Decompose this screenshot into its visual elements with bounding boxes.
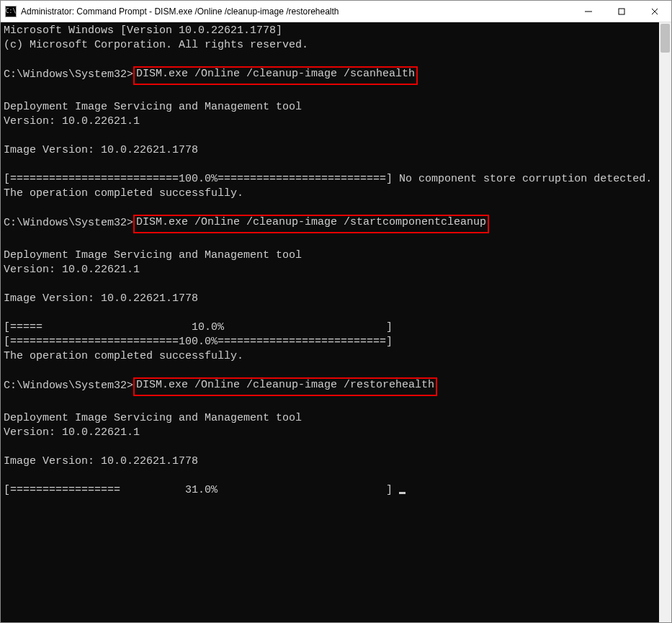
- svg-rect-1: [619, 9, 624, 14]
- close-button[interactable]: [638, 1, 671, 22]
- prompt-text: C:\Windows\System32>: [4, 68, 133, 81]
- titlebar[interactable]: C:\ Administrator: Command Prompt - DISM…: [1, 1, 671, 22]
- completed-line: The operation completed successfully.: [4, 349, 656, 364]
- progress-line: [==========================100.0%=======…: [4, 335, 656, 349]
- window-controls: [572, 1, 671, 22]
- highlighted-command-1: DISM.exe /Online /cleanup-image /scanhea…: [133, 66, 418, 85]
- tool-version-line: Version: 10.0.22621.1: [4, 263, 656, 277]
- terminal-output[interactable]: Microsoft Windows [Version 10.0.22621.17…: [1, 22, 659, 622]
- highlighted-command-2: DISM.exe /Online /cleanup-image /startco…: [133, 215, 489, 233]
- prompt-text: C:\Windows\System32>: [4, 380, 133, 392]
- highlighted-command-3: DISM.exe /Online /cleanup-image /restore…: [133, 377, 437, 396]
- window-title: Administrator: Command Prompt - DISM.exe…: [21, 6, 339, 17]
- tool-version-line: Version: 10.0.22621.1: [4, 426, 656, 440]
- image-version-line: Image Version: 10.0.22621.1778: [4, 143, 656, 158]
- tool-name-line: Deployment Image Servicing and Managemen…: [4, 411, 656, 426]
- tool-version-line: Version: 10.0.22621.1: [4, 115, 656, 129]
- tool-name-line: Deployment Image Servicing and Managemen…: [4, 100, 656, 115]
- scrollbar-thumb[interactable]: [660, 24, 670, 53]
- command-prompt-window: C:\ Administrator: Command Prompt - DISM…: [0, 0, 672, 623]
- tool-name-line: Deployment Image Servicing and Managemen…: [4, 248, 656, 263]
- progress-line: [===== 10.0% ]: [4, 321, 656, 335]
- minimize-button[interactable]: [572, 1, 605, 22]
- progress-line: [================= 31.0% ]: [4, 484, 399, 496]
- image-version-line: Image Version: 10.0.22621.1778: [4, 454, 656, 469]
- banner-line: Microsoft Windows [Version 10.0.22621.17…: [4, 24, 656, 38]
- cursor: [399, 492, 406, 494]
- progress-line: [==========================100.0%=======…: [4, 172, 656, 187]
- image-version-line: Image Version: 10.0.22621.1778: [4, 292, 656, 306]
- cmd-icon: C:\: [5, 6, 17, 17]
- completed-line: The operation completed successfully.: [4, 187, 656, 201]
- vertical-scrollbar[interactable]: [659, 22, 671, 622]
- prompt-text: C:\Windows\System32>: [4, 217, 133, 229]
- maximize-button[interactable]: [605, 1, 638, 22]
- copyright-line: (c) Microsoft Corporation. All rights re…: [4, 38, 656, 53]
